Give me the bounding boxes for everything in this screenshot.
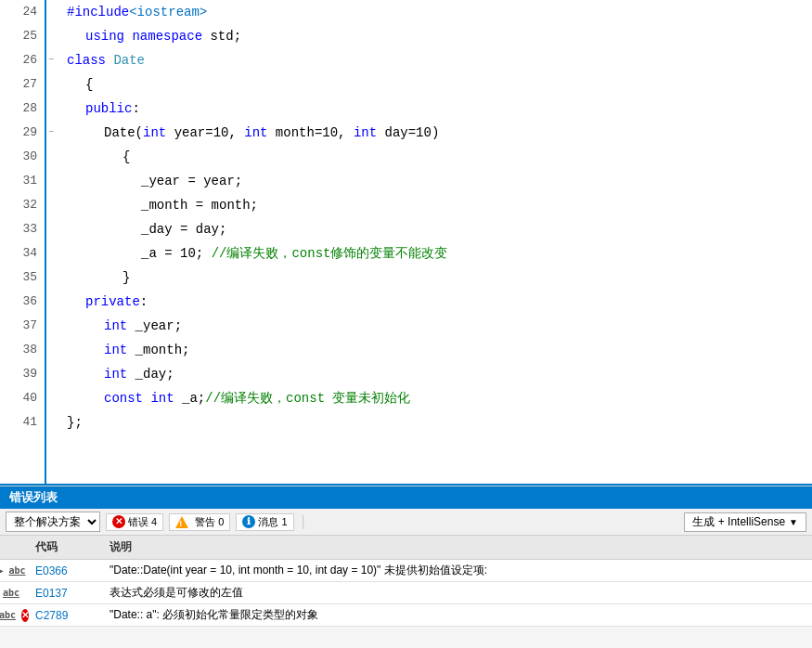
gutter-row <box>46 193 63 217</box>
code-token: Date <box>106 48 145 72</box>
code-token: { <box>85 72 93 97</box>
code-token: int <box>104 362 127 386</box>
code-token: const <box>104 386 143 410</box>
line-number: 37 <box>7 314 37 338</box>
error-toolbar: 整个解决方案当前项目当前文件 ✕ 错误 4 警告 0 ℹ 消息 1 | 生成 +… <box>0 509 812 536</box>
row-code: E0366 <box>28 564 102 577</box>
code-token: namespace <box>132 24 202 48</box>
line-number: 36 <box>7 290 37 314</box>
gutter-row <box>46 0 63 24</box>
build-button-label: 生成 + IntelliSense <box>692 514 785 530</box>
code-line: _a = 10; //编译失败，const修饰的变量不能改变 <box>67 241 812 266</box>
collapse-gutter: −− <box>46 0 63 484</box>
code-token <box>143 386 150 410</box>
warn-icon <box>175 516 188 528</box>
error-table: 代码 说明 ▶abcE0366"Date::Date(int year = 10… <box>0 536 812 648</box>
build-dropdown-icon[interactable]: ▼ <box>789 517 798 527</box>
error-count-badge[interactable]: ✕ 错误 4 <box>106 513 163 531</box>
code-editor: 242526272829303132333435363738394041 −− … <box>0 0 812 486</box>
gutter-row <box>46 338 63 362</box>
row-indicator: ▶abc <box>0 565 28 576</box>
code-token: Date( <box>104 121 143 145</box>
line-number: 34 <box>7 241 37 266</box>
code-line: { <box>67 72 812 97</box>
gutter-row <box>46 169 63 193</box>
line-number: 40 <box>7 386 37 410</box>
collapse-button[interactable]: − <box>48 48 54 72</box>
code-line: } <box>67 266 812 290</box>
row-description: "Date:: a": 必须初始化常量限定类型的对象 <box>102 607 812 623</box>
code-token: _a = 10; <box>141 241 212 266</box>
code-token: //编译失败，const 变量未初始化 <box>205 386 410 410</box>
row-expand-icon[interactable]: ▶ <box>0 565 4 576</box>
gutter-row <box>46 410 63 434</box>
line-number: 28 <box>7 97 37 121</box>
gutter-row <box>46 290 63 314</box>
gutter-row <box>46 314 63 338</box>
code-token: using <box>85 24 124 48</box>
error-rows: ▶abcE0366"Date::Date(int year = 10, int … <box>0 560 812 627</box>
collapse-button[interactable]: − <box>48 121 54 145</box>
line-number: 26 <box>7 48 37 72</box>
info-icon: ℹ <box>242 515 255 528</box>
code-line: using namespace std; <box>67 24 812 48</box>
row-code: E0137 <box>28 587 102 600</box>
build-button[interactable]: 生成 + IntelliSense ▼ <box>684 512 806 532</box>
code-token: int <box>354 121 377 145</box>
gutter-row <box>46 241 63 266</box>
code-token: class <box>67 48 106 72</box>
table-row[interactable]: abc✕C2789"Date:: a": 必须初始化常量限定类型的对象 <box>0 604 812 627</box>
code-token: } <box>122 266 130 290</box>
error-icon: ✕ <box>112 515 125 528</box>
line-numbers: 242526272829303132333435363738394041 <box>0 0 46 484</box>
code-token: _day = day; <box>141 217 226 241</box>
code-line: class Date <box>67 48 812 72</box>
code-token: _year = year; <box>141 169 242 193</box>
warn-count-label: 警告 0 <box>195 515 224 529</box>
row-indicator: abc <box>0 588 28 598</box>
code-line: int _day; <box>67 362 812 386</box>
gutter-row <box>46 145 63 169</box>
gutter-row <box>46 386 63 410</box>
gutter-row <box>46 72 63 97</box>
code-token: month=10, <box>267 121 353 145</box>
code-content: 242526272829303132333435363738394041 −− … <box>0 0 812 484</box>
code-token: #include <box>67 0 129 24</box>
info-count-badge[interactable]: ℹ 消息 1 <box>236 513 293 531</box>
error-table-header: 代码 说明 <box>0 536 812 560</box>
info-count-label: 消息 1 <box>258 515 287 529</box>
code-token: : <box>140 290 148 314</box>
line-number: 24 <box>7 0 37 24</box>
code-line: public: <box>67 97 812 121</box>
line-number: 38 <box>7 338 37 362</box>
code-token: }; <box>67 410 83 434</box>
separator: | <box>302 513 305 530</box>
code-line: int _year; <box>67 314 812 338</box>
warn-count-badge[interactable]: 警告 0 <box>169 513 230 531</box>
line-number: 35 <box>7 266 37 290</box>
gutter-row <box>46 217 63 241</box>
code-line: { <box>67 145 812 169</box>
code-line: _day = day; <box>67 217 812 241</box>
code-token: _month = month; <box>141 193 258 217</box>
table-row[interactable]: ▶abcE0366"Date::Date(int year = 10, int … <box>0 560 812 582</box>
code-line: private: <box>67 290 812 314</box>
code-line: _month = month; <box>67 193 812 217</box>
code-token: _day; <box>127 362 174 386</box>
col-header-code: 代码 <box>28 538 102 557</box>
code-token: : <box>132 97 139 121</box>
line-number: 29 <box>7 121 37 145</box>
error-scope-select[interactable]: 整个解决方案当前项目当前文件 <box>6 512 100 532</box>
code-line: const int _a;//编译失败，const 变量未初始化 <box>67 386 812 410</box>
row-description: 表达式必须是可修改的左值 <box>102 585 812 601</box>
col-header-indicator <box>0 538 28 557</box>
row-indicator: abc✕ <box>0 609 28 622</box>
code-token <box>124 24 132 48</box>
code-token: public <box>85 97 132 121</box>
code-token: day=10) <box>377 121 439 145</box>
error-panel-title: 错误列表 <box>0 486 812 509</box>
table-row[interactable]: abcE0137表达式必须是可修改的左值 <box>0 582 812 604</box>
code-line: int _month; <box>67 338 812 362</box>
row-type-label: abc <box>8 565 25 576</box>
code-line: }; <box>67 410 812 434</box>
